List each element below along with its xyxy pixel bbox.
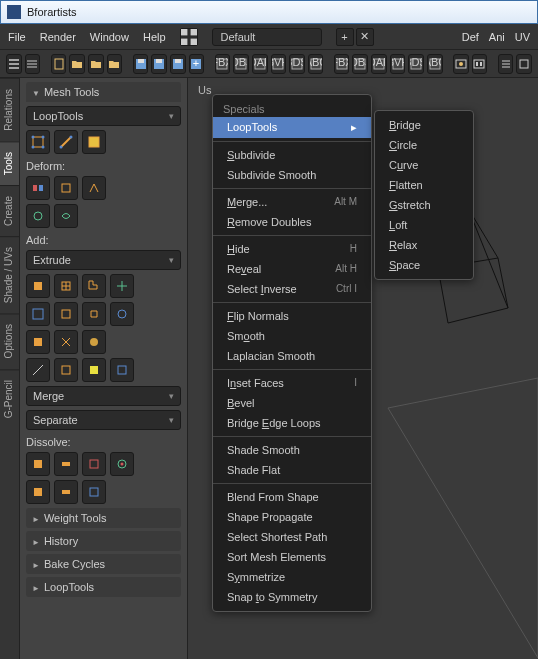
tab-ani[interactable]: Ani [489,31,505,43]
submenu-curve[interactable]: Curve [375,155,473,175]
dissolve-3-icon[interactable] [82,452,106,476]
export-obj-icon[interactable]: OBJ [352,54,368,74]
import-fbx-icon[interactable]: FBX [215,54,231,74]
new-file-icon[interactable] [51,54,67,74]
add-3-icon[interactable] [82,274,106,298]
folder-icon[interactable] [107,54,123,74]
menu-file[interactable]: File [8,31,26,43]
import-obj-icon[interactable]: OBJ [233,54,249,74]
export-fbx-icon[interactable]: FBX [334,54,350,74]
menu-laplacian-smooth[interactable]: Laplacian Smooth [213,346,371,366]
dissolve-2-icon[interactable] [54,452,78,476]
menu-help[interactable]: Help [143,31,166,43]
menu-inset-faces[interactable]: Inset FacesI [213,373,371,393]
add-8-icon[interactable] [110,302,134,326]
add-1-icon[interactable] [26,274,50,298]
menu-select-inverse[interactable]: Select InverseCtrl I [213,279,371,299]
vtab-tools[interactable]: Tools [0,141,19,185]
vtab-shade-uvs[interactable]: Shade / UVs [0,236,19,313]
add-12-icon[interactable] [26,358,50,382]
history-panel[interactable]: History [26,531,181,551]
submenu-space[interactable]: Space [375,255,473,275]
add-9-icon[interactable] [26,330,50,354]
tab-uv[interactable]: UV [515,31,530,43]
submenu-circle[interactable]: Circle [375,135,473,155]
bake-cycles-panel[interactable]: Bake Cycles [26,554,181,574]
add-10-icon[interactable] [54,330,78,354]
layout-grid-icon[interactable] [180,28,198,46]
menu-render[interactable]: Render [40,31,76,43]
submenu-loft[interactable]: Loft [375,215,473,235]
import-dae-icon[interactable]: DAE [252,54,268,74]
menu-hide[interactable]: HideH [213,239,371,259]
menu-subdivide-smooth[interactable]: Subdivide Smooth [213,165,371,185]
tool-edge-icon[interactable] [54,130,78,154]
add-6-icon[interactable] [54,302,78,326]
open-file-icon[interactable] [69,54,85,74]
deform-5-icon[interactable] [54,204,78,228]
toolbar-list-icon[interactable] [498,54,514,74]
submenu-flatten[interactable]: Flatten [375,175,473,195]
extrude-dropdown[interactable]: Extrude [26,250,181,270]
dissolve-4-icon[interactable] [110,452,134,476]
menu-select-shortest-path[interactable]: Select Shortest Path [213,527,371,547]
import-3ds-icon[interactable]: 3DS [289,54,305,74]
menu-looptools[interactable]: LoopTools [213,117,371,138]
weight-tools-panel[interactable]: Weight Tools [26,508,181,528]
submenu-gstretch[interactable]: Gstretch [375,195,473,215]
tab-def[interactable]: Def [462,31,479,43]
menu-blend-from-shape[interactable]: Blend From Shape [213,487,371,507]
submenu-bridge[interactable]: Bridge [375,115,473,135]
vtab-options[interactable]: Options [0,313,19,368]
save-as-icon[interactable] [151,54,167,74]
dissolve-1-icon[interactable] [26,452,50,476]
open-recent-icon[interactable] [88,54,104,74]
add-2-icon[interactable] [54,274,78,298]
save-copy-icon[interactable] [170,54,186,74]
render-anim-icon[interactable] [472,54,488,74]
vtab-relations[interactable]: Relations [0,78,19,141]
merge-dropdown[interactable]: Merge [26,386,181,406]
menu-shape-propagate[interactable]: Shape Propagate [213,507,371,527]
deform-4-icon[interactable] [26,204,50,228]
dissolve-6-icon[interactable] [54,480,78,504]
deform-2-icon[interactable] [54,176,78,200]
export-dae-icon[interactable]: DAE [371,54,387,74]
menu-bevel[interactable]: Bevel [213,393,371,413]
submenu-relax[interactable]: Relax [375,235,473,255]
tool-face-icon[interactable] [82,130,106,154]
vtab-create[interactable]: Create [0,185,19,236]
menu-smooth[interactable]: Smooth [213,326,371,346]
menu-merge[interactable]: Merge...Alt M [213,192,371,212]
save-inc-icon[interactable]: + [189,54,205,74]
layout-dropdown[interactable]: Default [212,28,322,46]
menu-window[interactable]: Window [90,31,129,43]
add-5-icon[interactable] [26,302,50,326]
add-4-icon[interactable] [110,274,134,298]
vtab-gpencil[interactable]: G-Pencil [0,369,19,428]
add-layout-button[interactable]: + [336,28,354,46]
menu-subdivide[interactable]: Subdivide [213,145,371,165]
separate-dropdown[interactable]: Separate [26,410,181,430]
menu-flip-normals[interactable]: Flip Normals [213,306,371,326]
dissolve-5-icon[interactable] [26,480,50,504]
menu-shade-smooth[interactable]: Shade Smooth [213,440,371,460]
menu-sort-mesh-elements[interactable]: Sort Mesh Elements [213,547,371,567]
deform-3-icon[interactable] [82,176,106,200]
add-11-icon[interactable] [82,330,106,354]
looptools-dropdown[interactable]: LoopTools [26,106,181,126]
looptools-panel[interactable]: LoopTools [26,577,181,597]
add-7-icon[interactable] [82,302,106,326]
render-image-icon[interactable] [453,54,469,74]
toolbar-box-icon[interactable] [516,54,532,74]
menu-bridge-edge-loops[interactable]: Bridge Edge Loops [213,413,371,433]
tool-vertex-icon[interactable] [26,130,50,154]
menu-icon[interactable] [25,54,41,74]
export-abc-icon[interactable]: ABC [427,54,443,74]
menu-snap-to-symmetry[interactable]: Snap to Symmetry [213,587,371,607]
add-15-icon[interactable] [110,358,134,382]
export-3ds-icon[interactable]: 3DS [408,54,424,74]
menu-shade-flat[interactable]: Shade Flat [213,460,371,480]
hamburger-icon[interactable] [6,54,22,74]
menu-reveal[interactable]: RevealAlt H [213,259,371,279]
